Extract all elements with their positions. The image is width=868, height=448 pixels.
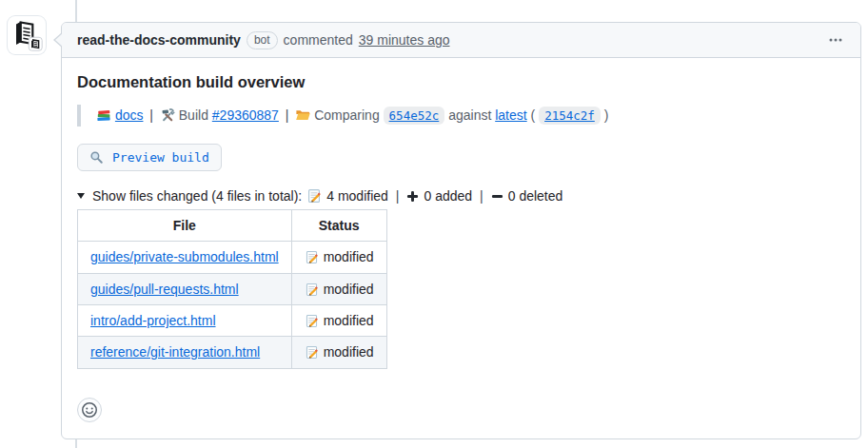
status-column-header: Status [291,210,386,242]
preview-build-button[interactable]: Preview build [77,144,222,171]
bot-badge: bot [247,31,278,49]
author-avatar[interactable] [8,16,46,54]
status-cell: modified [291,242,386,273]
hammer-and-wrench-icon [160,107,175,123]
memo-icon [305,250,319,264]
separator: | [480,186,483,205]
separator: | [286,107,289,123]
file-link[interactable]: guides/pull-requests.html [90,282,239,297]
preview-build-label: Preview build [112,150,209,165]
github-comment-page: read-the-docs-community bot commented 39… [0,0,868,448]
files-changed-toggle[interactable]: Show files changed (4 files in total): 4… [77,186,845,205]
added-count: 0 added [424,186,472,205]
search-icon [89,150,104,165]
build-number-link[interactable]: #29360887 [212,107,279,123]
smiley-icon [82,402,97,418]
deleted-count: 0 deleted [508,186,563,205]
add-reaction-button[interactable] [77,398,102,422]
disclosure-triangle-icon [77,193,85,199]
docs-link[interactable]: docs [115,107,144,123]
modified-count: 4 modified [326,186,388,205]
status-cell: modified [291,337,386,368]
kebab-horizontal-icon [828,32,843,48]
read-the-docs-logo-icon [10,18,44,52]
timeline-line-bottom [75,439,77,448]
file-link[interactable]: intro/add-project.html [90,313,216,328]
against-label: against [448,107,491,123]
table-row: reference/git-integration.html modified [78,337,387,368]
build-meta-blockquote: docs | Build #29360887 | Comparing 654e5… [77,105,845,127]
base-commit-sha: 2154c2f [539,107,601,125]
reactions-bar [77,398,845,422]
author-login[interactable]: read-the-docs-community [77,32,241,48]
comment-header: read-the-docs-community bot commented 39… [62,23,860,58]
memo-icon [306,188,322,204]
files-summary-label: Show files changed (4 files in total): [92,186,302,205]
table-row: intro/add-project.html modified [78,304,387,336]
separator: | [396,186,400,205]
comment-caret-fill [55,32,64,48]
status-label: modified [324,344,374,360]
comparing-label: Comparing [314,107,379,123]
build-label: Build [179,107,208,123]
table-row: guides/private-submodules.html modified [78,242,387,273]
comment-options-button[interactable] [826,30,845,49]
file-link[interactable]: guides/private-submodules.html [90,249,279,264]
books-icon [96,107,111,123]
table-row: guides/pull-requests.html modified [78,273,387,304]
latest-link[interactable]: latest [495,107,526,123]
commented-label: commented [284,32,353,48]
files-changed-details: Show files changed (4 files in total): 4… [77,186,845,368]
status-label: modified [324,282,374,297]
paren-close: ) [604,107,609,123]
plus-icon [406,190,419,203]
files-changed-table: File Status guides/private-submodules.ht… [77,209,387,368]
file-column-header: File [78,210,292,242]
head-commit-sha: 654e52c [384,107,445,125]
comment-body: Documentation build overview docs | [62,58,860,438]
status-label: modified [324,249,374,264]
open-folder-icon [295,107,310,123]
head-commit-link[interactable]: 654e52c [384,107,445,123]
comment-card: read-the-docs-community bot commented 39… [61,22,861,439]
memo-icon [305,345,319,360]
file-link[interactable]: reference/git-integration.html [90,344,260,360]
status-cell: modified [291,273,386,304]
timeline-line-top [75,0,77,22]
page-title: Documentation build overview [77,73,845,91]
status-cell: modified [291,304,386,336]
memo-icon [305,314,319,328]
separator: | [149,107,153,123]
base-commit-link[interactable]: 2154c2f [539,107,601,123]
minus-icon [491,190,503,203]
paren-open: ( [531,107,536,123]
status-label: modified [324,313,374,328]
timestamp-link[interactable]: 39 minutes ago [359,32,450,48]
memo-icon [305,282,319,297]
